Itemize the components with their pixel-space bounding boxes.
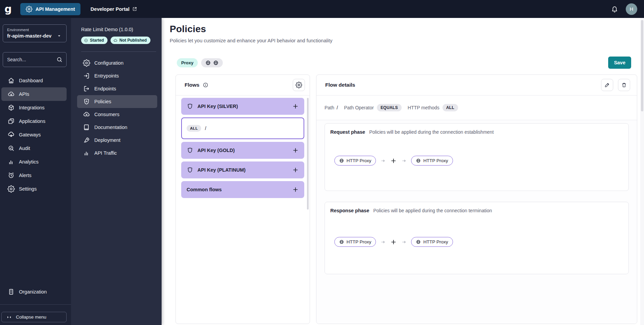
api-menu-item-configuration[interactable]: Configuration — [77, 57, 157, 69]
http-method-pill: ALL — [187, 125, 201, 132]
policy-chip-http-proxy[interactable]: HTTP Proxy — [411, 156, 453, 166]
add-policy-button[interactable] — [390, 239, 397, 245]
shield-icon — [83, 98, 90, 105]
sidebar-item-integrations[interactable]: Integrations — [1, 101, 67, 114]
phase-name: Request phase — [330, 129, 365, 135]
shield-icon — [187, 167, 193, 173]
api-menu-item-label: Endpoints — [94, 86, 116, 91]
sidebar-item-apis[interactable]: APIs — [1, 87, 67, 101]
add-flow-icon[interactable] — [292, 103, 299, 110]
api-menu-item-endpoints[interactable]: Endpoints — [77, 82, 157, 95]
sidebar-item-applications[interactable]: Applications — [1, 114, 67, 128]
status-badge-not-published: Not Published — [111, 37, 150, 44]
api-menu-item-label: Configuration — [94, 60, 123, 66]
policy-studio: Proxy Save Flows — [175, 57, 637, 324]
logo-glyph: g — [4, 3, 11, 15]
shield-icon — [187, 103, 193, 110]
flow-details-header: Flow details — [316, 75, 637, 95]
globe-icon — [339, 239, 344, 244]
policy-chip-label: HTTP Proxy — [423, 158, 448, 163]
package-icon — [7, 104, 15, 111]
flow-group-api-key-gold[interactable]: API Key (GOLD) — [181, 142, 304, 159]
phase-area: Request phase Policies will be applied d… — [316, 120, 637, 324]
building-icon — [7, 288, 15, 296]
page-scrollbar-thumb[interactable] — [641, 20, 643, 111]
status-badge-label: Not Published — [119, 38, 147, 43]
response-phase-panel: Response phase Policies will be applied … — [325, 202, 629, 274]
flow-group-label: API Key (PLATINUM) — [197, 167, 245, 173]
flows-settings-button[interactable] — [293, 79, 305, 91]
home-icon — [7, 77, 15, 84]
sidebar-item-alerts[interactable]: Alerts — [1, 169, 67, 182]
sidebar-item-audit[interactable]: Audit — [1, 142, 67, 155]
response-policy-chain: HTTP Proxy HTTP Proxy — [330, 237, 623, 247]
sidebar-item-label: Settings — [19, 186, 37, 192]
exit-icon — [83, 85, 90, 92]
api-menu-item-label: Documentation — [94, 125, 127, 130]
api-menu-item-label: Entrypoints — [94, 73, 119, 79]
http-methods-value: ALL — [443, 104, 458, 111]
page-title: Policies — [170, 24, 644, 35]
developer-portal-link[interactable]: Developer Portal — [91, 6, 137, 12]
api-menu-item-label: API Traffic — [94, 150, 117, 156]
arrow-right-icon — [401, 158, 407, 164]
sidebar-item-label: Dashboard — [19, 78, 43, 83]
pencil-icon — [604, 82, 610, 88]
add-policy-button[interactable] — [390, 157, 397, 164]
arrow-right-icon — [401, 239, 407, 245]
flow-group-api-key-platinum[interactable]: API Key (PLATINUM) — [181, 161, 304, 178]
flow-group-common-flows[interactable]: Common flows — [181, 181, 304, 198]
environment-label: Environment — [7, 28, 62, 32]
flows-title: Flows — [185, 82, 199, 88]
flows-scrollbar[interactable] — [307, 98, 309, 210]
entrypoints-pill — [201, 58, 223, 67]
notifications-bell-icon[interactable] — [611, 5, 618, 13]
gravitee-logo[interactable]: g — [0, 3, 16, 15]
user-avatar[interactable]: H — [626, 3, 637, 15]
api-menu-item-documentation[interactable]: Documentation — [77, 121, 157, 134]
collapse-menu-button[interactable]: Collapse menu — [1, 312, 67, 322]
sidebar-item-settings[interactable]: Settings — [1, 182, 67, 196]
sidebar-item-analytics[interactable]: Analytics — [1, 155, 67, 169]
flow-list: API Key (SILVER) ALL / API Key (GOLD) — [176, 95, 310, 200]
policy-studio-body: Flows API Key (SILVER) ALL / — [175, 74, 637, 324]
sidebar-item-gateways[interactable]: Gateways — [1, 128, 67, 142]
gear-badge-icon — [26, 6, 32, 13]
phase-name: Response phase — [330, 208, 369, 213]
environment-selector[interactable]: Environment fr-apim-master-dev — [3, 24, 67, 42]
search-icon — [56, 56, 63, 63]
globe-icon — [416, 158, 421, 163]
api-menu-item-entrypoints[interactable]: Entrypoints — [77, 69, 157, 82]
api-menu-item-deployment[interactable]: Deployment — [77, 134, 157, 147]
flow-group-api-key-silver[interactable]: API Key (SILVER) — [181, 98, 304, 115]
page-scrollbar[interactable] — [640, 18, 644, 325]
api-management-label: API Management — [35, 6, 75, 12]
add-flow-icon[interactable] — [292, 147, 299, 154]
policy-chip-http-proxy[interactable]: HTTP Proxy — [411, 237, 453, 247]
sidebar-item-label: APIs — [19, 91, 29, 97]
save-button[interactable]: Save — [608, 57, 631, 69]
alarm-clock-icon — [7, 172, 15, 179]
policy-chip-http-proxy[interactable]: HTTP Proxy — [334, 156, 376, 166]
applications-icon — [7, 117, 15, 125]
add-flow-icon[interactable] — [292, 167, 299, 173]
flow-details-panel: Flow details Path / Path Operator EQUA — [316, 74, 637, 324]
delete-flow-button[interactable] — [618, 79, 630, 91]
sidebar-item-organization[interactable]: Organization — [1, 285, 67, 299]
sidebar-item-dashboard[interactable]: Dashboard — [1, 74, 67, 87]
add-flow-icon[interactable] — [292, 186, 299, 193]
cloud-user-icon — [83, 111, 90, 118]
cloud-gear-icon — [7, 90, 15, 98]
info-icon[interactable] — [202, 82, 209, 88]
api-menu-item-api-traffic[interactable]: API Traffic — [77, 147, 157, 159]
edit-flow-button[interactable] — [601, 79, 613, 91]
globe-icon — [416, 239, 421, 244]
search-input[interactable] — [7, 57, 51, 62]
flow-item-selected[interactable]: ALL / — [181, 117, 304, 139]
bar-chart-icon — [83, 149, 90, 157]
api-management-button[interactable]: API Management — [20, 3, 80, 15]
phase-description: Policies will be applied during the conn… — [369, 129, 494, 135]
policy-chip-http-proxy[interactable]: HTTP Proxy — [334, 237, 376, 247]
api-menu-item-policies[interactable]: Policies — [77, 95, 157, 108]
api-menu-item-consumers[interactable]: Consumers — [77, 108, 157, 121]
